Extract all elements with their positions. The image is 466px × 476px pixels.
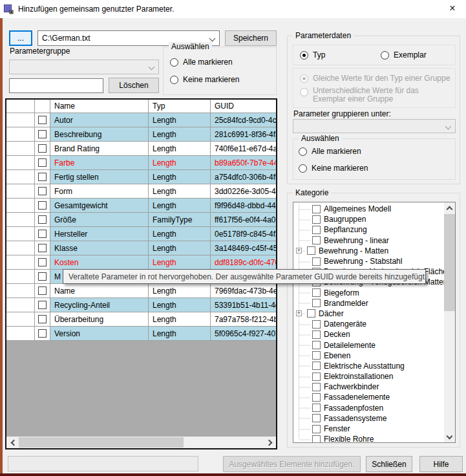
close-icon[interactable]: ×: [447, 3, 458, 14]
table-row[interactable]: FormLength3dd0226e-3d05-402a: [6, 184, 276, 199]
group-under-select[interactable]: [293, 119, 456, 133]
category-checkbox[interactable]: [312, 404, 321, 412]
horizontal-scrollbar[interactable]: [6, 437, 276, 448]
row-checkbox[interactable]: [38, 329, 47, 338]
row-checkbox-cell[interactable]: [35, 113, 50, 127]
row-checkbox[interactable]: [38, 215, 47, 224]
category-item[interactable]: Biegeform: [293, 288, 444, 298]
category-tree[interactable]: Allgemeines ModellBaugruppenBepflanzungB…: [293, 202, 456, 443]
category-checkbox[interactable]: [312, 341, 321, 349]
category-checkbox[interactable]: [312, 299, 321, 307]
row-selector-cell[interactable]: [6, 298, 35, 312]
table-row[interactable]: ÜberarbeitungLength7a97a758-f212-4b3d: [6, 312, 276, 327]
category-item[interactable]: Fassadenpfosten: [293, 403, 444, 413]
table-row[interactable]: FarbeLengthb89a650f-7b7e-44ff-: [6, 156, 276, 170]
table-row[interactable]: HerstellerLength0e5178f9-c845-4f3c-: [6, 227, 276, 241]
header-name[interactable]: Name: [50, 100, 149, 113]
expand-plus-icon[interactable]: +: [296, 248, 302, 254]
radio-select-none-right[interactable]: Keine markieren: [299, 164, 368, 173]
category-item[interactable]: Detailelemente: [293, 340, 444, 350]
row-checkbox[interactable]: [38, 187, 47, 195]
row-checkbox[interactable]: [38, 301, 47, 309]
category-item[interactable]: Bewehrung - linear: [293, 235, 444, 246]
row-checkbox-cell[interactable]: [35, 241, 50, 255]
header-guid[interactable]: GUID: [211, 100, 276, 113]
category-item[interactable]: Bepflanzung: [293, 224, 444, 235]
row-checkbox[interactable]: [38, 158, 47, 167]
radio-icon[interactable]: [170, 58, 178, 67]
radio-select-none-left[interactable]: Keine markieren: [170, 75, 239, 84]
row-checkbox-cell[interactable]: [35, 184, 50, 198]
category-checkbox[interactable]: [312, 351, 321, 360]
delete-button[interactable]: Löschen: [109, 78, 159, 93]
row-selector-cell[interactable]: [6, 113, 35, 127]
radio-icon[interactable]: [381, 51, 389, 60]
row-checkbox[interactable]: [38, 230, 47, 238]
category-checkbox[interactable]: [312, 257, 321, 266]
category-item[interactable]: Bewehrung - Stabstahl: [293, 256, 444, 266]
table-row[interactable]: Brand RatingLength740f6e11-e67d-4ae7: [6, 142, 276, 156]
category-checkbox[interactable]: [312, 288, 321, 297]
category-checkbox[interactable]: [312, 362, 321, 370]
category-checkbox[interactable]: [312, 215, 321, 224]
category-checkbox[interactable]: [312, 435, 321, 442]
row-checkbox-cell[interactable]: [35, 312, 50, 326]
category-item[interactable]: Fachwerkbinder: [293, 382, 444, 392]
radio-icon[interactable]: [299, 147, 307, 156]
category-checkbox[interactable]: [312, 205, 321, 213]
row-selector-cell[interactable]: [6, 312, 35, 326]
row-selector-cell[interactable]: [6, 184, 35, 198]
table-row[interactable]: KlasseLength3a148469-c45f-458a: [6, 241, 276, 255]
scroll-up-icon[interactable]: [444, 202, 455, 213]
row-checkbox[interactable]: [38, 130, 47, 138]
row-checkbox[interactable]: [38, 201, 47, 210]
category-checkbox[interactable]: [312, 226, 321, 234]
row-checkbox-cell[interactable]: [35, 327, 50, 340]
row-checkbox-cell[interactable]: [35, 298, 50, 312]
row-checkbox[interactable]: [38, 116, 47, 124]
category-checkbox[interactable]: [312, 393, 321, 402]
radio-icon[interactable]: [300, 51, 308, 60]
row-checkbox-cell[interactable]: [35, 255, 50, 269]
radio-select-all-right[interactable]: Alle markieren: [299, 147, 361, 156]
row-selector-cell[interactable]: [6, 255, 35, 269]
row-selector-cell[interactable]: [6, 156, 35, 169]
row-checkbox[interactable]: [38, 244, 47, 252]
parametergruppe-select[interactable]: [9, 60, 159, 74]
category-item[interactable]: Baugruppen: [293, 214, 444, 224]
radio-icon[interactable]: [299, 164, 307, 173]
category-item[interactable]: +Bewehrung - Matten: [293, 246, 444, 256]
category-checkbox[interactable]: [312, 414, 321, 422]
row-checkbox-cell[interactable]: [35, 270, 50, 283]
row-checkbox[interactable]: [38, 258, 47, 266]
category-checkbox[interactable]: [312, 330, 321, 339]
category-item[interactable]: Allgemeines Modell: [293, 204, 444, 214]
row-checkbox-cell[interactable]: [35, 199, 50, 212]
category-item[interactable]: Flexible Rohre: [293, 434, 444, 442]
row-checkbox-cell[interactable]: [35, 284, 50, 298]
table-row[interactable]: GesamtgewichtLengthf9f96d48-dbbd-4424-: [6, 199, 276, 213]
row-checkbox[interactable]: [38, 173, 47, 181]
category-checkbox[interactable]: [312, 236, 321, 244]
row-checkbox[interactable]: [38, 272, 47, 281]
category-item[interactable]: Fenster: [293, 424, 444, 434]
category-item[interactable]: Brandmelder: [293, 298, 444, 308]
row-selector-cell[interactable]: [6, 213, 35, 226]
row-selector-cell[interactable]: [6, 170, 35, 184]
table-row[interactable]: VersionLength5f0965c4-f927-407e-: [6, 327, 276, 341]
category-item[interactable]: Elektrische Ausstattung: [293, 361, 444, 371]
scrollbar-thumb[interactable]: [19, 437, 184, 448]
row-checkbox-cell[interactable]: [35, 127, 50, 141]
row-checkbox-cell[interactable]: [35, 142, 50, 155]
table-row[interactable]: Fertig stellenLengtha754dfc0-306b-4f5f-: [6, 170, 276, 184]
category-item[interactable]: Fassadensysteme: [293, 413, 444, 424]
category-checkbox[interactable]: [307, 246, 315, 255]
row-selector-cell[interactable]: [6, 127, 35, 141]
category-checkbox[interactable]: [312, 425, 321, 433]
radio-typ[interactable]: Typ: [300, 50, 325, 60]
row-selector-cell[interactable]: [6, 284, 35, 298]
row-checkbox[interactable]: [38, 315, 47, 323]
close-dialog-button[interactable]: Schließen: [366, 456, 412, 472]
row-selector-cell[interactable]: [6, 199, 35, 212]
category-item[interactable]: Decken: [293, 329, 444, 340]
